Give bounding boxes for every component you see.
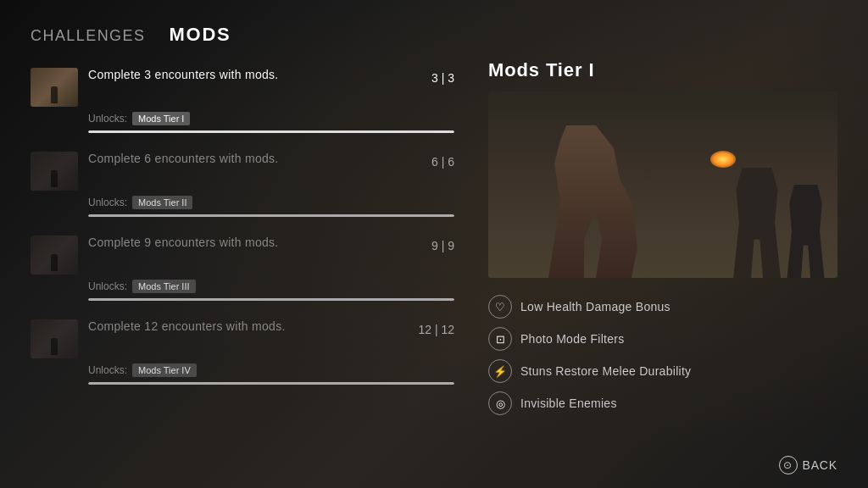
- challenge-title-4: Complete 12 encounters with mods.: [88, 319, 454, 333]
- mod-icon-1: ⊡: [488, 327, 512, 351]
- back-label: BACK: [803, 458, 837, 472]
- mod-label-3: Invisible Enemies: [520, 396, 617, 410]
- reward-mods-list: ♡Low Health Damage Bonus⊡Photo Mode Filt…: [488, 295, 837, 415]
- nav-challenges[interactable]: CHALLENGES: [31, 27, 145, 45]
- challenge-item-3[interactable]: Complete 9 encounters with mods.9 | 9Unl…: [31, 227, 454, 309]
- progress-bar-fill-3: [88, 298, 454, 301]
- unlocks-label-4: Unlocks:: [88, 364, 127, 376]
- mod-label-2: Stuns Restore Melee Durability: [520, 364, 691, 378]
- reward-panel: Mods Tier I ♡Low Health Damage Bonus⊡Pho…: [488, 59, 837, 449]
- challenge-thumb-1: [31, 68, 78, 107]
- progress-bar-fill-1: [88, 130, 454, 133]
- challenge-list: Complete 3 encounters with mods.3 | 3Unl…: [31, 59, 454, 449]
- challenge-item-4[interactable]: Complete 12 encounters with mods.12 | 12…: [31, 311, 454, 393]
- progress-bar-fill-4: [88, 382, 454, 385]
- unlocks-label-2: Unlocks:: [88, 197, 127, 208]
- mod-label-0: Low Health Damage Bonus: [520, 300, 670, 313]
- mod-item-1: ⊡Photo Mode Filters: [488, 327, 837, 351]
- unlocks-badge-2: Mods Tier II: [132, 196, 192, 209]
- mod-icon-3: ◎: [488, 391, 512, 415]
- unlocks-badge-3: Mods Tier III: [132, 280, 196, 293]
- challenge-item-1[interactable]: Complete 3 encounters with mods.3 | 3Unl…: [31, 59, 454, 141]
- challenge-thumb-3: [31, 236, 78, 274]
- mod-label-1: Photo Mode Filters: [520, 332, 625, 346]
- challenge-score-4: 12 | 12: [418, 323, 454, 336]
- mod-item-3: ◎Invisible Enemies: [488, 391, 837, 415]
- challenge-score-1: 3 | 3: [431, 71, 454, 85]
- mod-item-2: ⚡Stuns Restore Melee Durability: [488, 359, 837, 383]
- unlocks-badge-1: Mods Tier I: [132, 112, 190, 125]
- challenge-thumb-4: [31, 319, 78, 358]
- progress-bar-container-2: [88, 214, 454, 217]
- challenge-score-2: 6 | 6: [431, 155, 454, 169]
- back-button[interactable]: ⊙ BACK: [779, 456, 837, 474]
- unlocks-label-3: Unlocks:: [88, 280, 127, 292]
- mod-item-0: ♡Low Health Damage Bonus: [488, 295, 837, 319]
- reward-image: [488, 92, 837, 278]
- challenge-title-2: Complete 6 encounters with mods.: [88, 152, 454, 165]
- challenge-title-3: Complete 9 encounters with mods.: [88, 236, 454, 249]
- challenge-title-1: Complete 3 encounters with mods.: [88, 68, 454, 81]
- progress-bar-container-4: [88, 382, 454, 385]
- progress-bar-container-3: [88, 298, 454, 301]
- progress-bar-fill-2: [88, 214, 454, 217]
- challenge-thumb-2: [31, 152, 78, 191]
- mod-icon-2: ⚡: [488, 359, 512, 383]
- unlocks-label-1: Unlocks:: [88, 113, 127, 125]
- challenge-score-3: 9 | 9: [431, 239, 454, 252]
- back-icon: ⊙: [779, 456, 798, 474]
- challenge-item-2[interactable]: Complete 6 encounters with mods.6 | 6Unl…: [31, 143, 454, 225]
- nav-mods[interactable]: MODS: [169, 24, 231, 46]
- progress-bar-container-1: [88, 130, 454, 133]
- unlocks-badge-4: Mods Tier IV: [132, 363, 197, 377]
- mod-icon-0: ♡: [488, 295, 512, 319]
- reward-title: Mods Tier I: [488, 59, 837, 81]
